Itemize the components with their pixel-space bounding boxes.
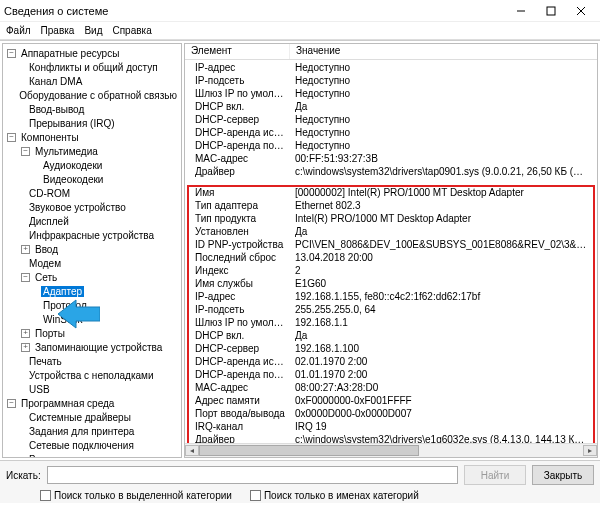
tree-item[interactable]: Печать	[5, 354, 179, 368]
expand-icon[interactable]: +	[21, 329, 30, 338]
detail-row[interactable]: Драйверc:\windows\system32\drivers\tap09…	[191, 166, 591, 179]
tree-item[interactable]: +Порты	[5, 326, 179, 340]
tree-item[interactable]: Оборудование с обратной связью	[5, 88, 179, 102]
tree-item[interactable]: Звуковое устройство	[5, 200, 179, 214]
collapse-icon[interactable]: −	[7, 399, 16, 408]
detail-block: IP-адресНедоступно IP-подсетьНедоступно …	[187, 60, 595, 181]
detail-row[interactable]: Тип адаптераEthernet 802.3	[191, 200, 591, 213]
tree-item[interactable]: WinSock	[5, 312, 179, 326]
scroll-thumb[interactable]	[199, 445, 419, 456]
search-input[interactable]	[47, 466, 458, 484]
find-button[interactable]: Найти	[464, 465, 526, 485]
category-tree[interactable]: −Аппаратные ресурсы Конфликты и общий до…	[2, 43, 182, 458]
search-footer: Искать: Найти Закрыть Поиск только в выд…	[0, 460, 600, 503]
window-title: Сведения о системе	[4, 5, 506, 17]
detail-row[interactable]: IP-подсетьНедоступно	[191, 75, 591, 88]
tree-item[interactable]: Дисплей	[5, 214, 179, 228]
close-search-button[interactable]: Закрыть	[532, 465, 594, 485]
scroll-left-icon[interactable]: ◂	[185, 445, 199, 456]
detail-row[interactable]: Шлюз IP по умолчанию192.168.1.1	[191, 317, 591, 330]
details-pane: Элемент Значение IP-адресНедоступно IP-п…	[184, 43, 598, 458]
tree-item[interactable]: Инфракрасные устройства	[5, 228, 179, 242]
tree-item[interactable]: Конфликты и общий доступ	[5, 60, 179, 74]
tree-item[interactable]: Задания для принтера	[5, 424, 179, 438]
detail-row[interactable]: Индекс2	[191, 265, 591, 278]
tree-item[interactable]: −Программная среда	[5, 396, 179, 410]
detail-row[interactable]: DHCP-аренда полученаНедоступно	[191, 140, 591, 153]
content: −Аппаратные ресурсы Конфликты и общий до…	[0, 40, 600, 460]
tree-item[interactable]: Выполняемые задачи	[5, 452, 179, 458]
checkbox-selected-category[interactable]: Поиск только в выделенной категории	[40, 490, 232, 501]
menu-help[interactable]: Справка	[112, 25, 151, 36]
detail-row[interactable]: ID PNP-устройстваPCI\VEN_8086&DEV_100E&S…	[191, 239, 591, 252]
detail-row[interactable]: Последний сброс13.04.2018 20:00	[191, 252, 591, 265]
detail-row[interactable]: MAC-адрес08:00:27:A3:28:D0	[191, 382, 591, 395]
collapse-icon[interactable]: −	[21, 147, 30, 156]
tree-item[interactable]: Протокол	[5, 298, 179, 312]
minimize-button[interactable]	[506, 1, 536, 21]
tree-item[interactable]: Видеокодеки	[5, 172, 179, 186]
collapse-icon[interactable]: −	[7, 49, 16, 58]
detail-row[interactable]: DHCP-серверНедоступно	[191, 114, 591, 127]
titlebar: Сведения о системе	[0, 0, 600, 22]
maximize-button[interactable]	[536, 1, 566, 21]
tree-item[interactable]: −Сеть	[5, 270, 179, 284]
detail-row[interactable]: Драйверc:\windows\system32\drivers\e1g60…	[191, 434, 591, 443]
detail-row[interactable]: IP-подсеть255.255.255.0, 64	[191, 304, 591, 317]
checkbox-category-names[interactable]: Поиск только в именах категорий	[250, 490, 419, 501]
detail-row[interactable]: Шлюз IP по умолчаниюНедоступно	[191, 88, 591, 101]
detail-row[interactable]: DHCP вкл.Да	[191, 101, 591, 114]
tree-item[interactable]: CD-ROM	[5, 186, 179, 200]
menu-file[interactable]: Файл	[6, 25, 31, 36]
tree-item[interactable]: Канал DMA	[5, 74, 179, 88]
horizontal-scrollbar[interactable]: ◂ ▸	[185, 443, 597, 457]
tree-item[interactable]: +Ввод	[5, 242, 179, 256]
collapse-icon[interactable]: −	[21, 273, 30, 282]
detail-row[interactable]: IP-адресНедоступно	[191, 62, 591, 75]
column-value[interactable]: Значение	[290, 44, 597, 59]
scroll-right-icon[interactable]: ▸	[583, 445, 597, 456]
close-button[interactable]	[566, 1, 596, 21]
checkbox-icon[interactable]	[250, 490, 261, 501]
column-headers[interactable]: Элемент Значение	[185, 44, 597, 60]
detail-row[interactable]: УстановленДа	[191, 226, 591, 239]
detail-row[interactable]: DHCP-аренда получена01.01.1970 2:00	[191, 369, 591, 382]
collapse-icon[interactable]: −	[7, 133, 16, 142]
detail-row[interactable]: IRQ-каналIRQ 19	[191, 421, 591, 434]
tree-item[interactable]: Системные драйверы	[5, 410, 179, 424]
detail-block-highlighted: Имя[00000002] Intel(R) PRO/1000 MT Deskt…	[187, 185, 595, 443]
detail-row[interactable]: MAC-адрес00:FF:51:93:27:3B	[191, 153, 591, 166]
detail-row[interactable]: IP-адрес192.168.1.155, fe80::c4c2:1f62:d…	[191, 291, 591, 304]
expand-icon[interactable]: +	[21, 343, 30, 352]
tree-item[interactable]: −Компоненты	[5, 130, 179, 144]
checkbox-icon[interactable]	[40, 490, 51, 501]
detail-row[interactable]: Имя[00000002] Intel(R) PRO/1000 MT Deskt…	[191, 187, 591, 200]
svg-rect-1	[547, 7, 555, 15]
tree-item[interactable]: Аудиокодеки	[5, 158, 179, 172]
menu-view[interactable]: Вид	[84, 25, 102, 36]
search-label: Искать:	[6, 470, 41, 481]
detail-row[interactable]: DHCP-аренда истекаетНедоступно	[191, 127, 591, 140]
detail-row[interactable]: DHCP-аренда истекает02.01.1970 2:00	[191, 356, 591, 369]
detail-row[interactable]: Порт ввода/вывода0x0000D000-0x0000D007	[191, 408, 591, 421]
tree-item[interactable]: +Запоминающие устройства	[5, 340, 179, 354]
details-list[interactable]: IP-адресНедоступно IP-подсетьНедоступно …	[185, 60, 597, 443]
tree-item[interactable]: Прерывания (IRQ)	[5, 116, 179, 130]
detail-row[interactable]: Адрес памяти0xF0000000-0xF001FFFF	[191, 395, 591, 408]
menubar: Файл Правка Вид Справка	[0, 22, 600, 40]
detail-row[interactable]: Имя службыE1G60	[191, 278, 591, 291]
tree-item[interactable]: Устройства с неполадками	[5, 368, 179, 382]
tree-item[interactable]: −Аппаратные ресурсы	[5, 46, 179, 60]
tree-item[interactable]: Сетевые подключения	[5, 438, 179, 452]
tree-item-selected[interactable]: Адаптер	[5, 284, 179, 298]
tree-item[interactable]: Модем	[5, 256, 179, 270]
detail-row[interactable]: DHCP вкл.Да	[191, 330, 591, 343]
column-element[interactable]: Элемент	[185, 44, 290, 59]
tree-item[interactable]: −Мультимедиа	[5, 144, 179, 158]
detail-row[interactable]: DHCP-сервер192.168.1.100	[191, 343, 591, 356]
detail-row[interactable]: Тип продуктаIntel(R) PRO/1000 MT Desktop…	[191, 213, 591, 226]
menu-edit[interactable]: Правка	[41, 25, 75, 36]
expand-icon[interactable]: +	[21, 245, 30, 254]
tree-item[interactable]: USB	[5, 382, 179, 396]
tree-item[interactable]: Ввод-вывод	[5, 102, 179, 116]
